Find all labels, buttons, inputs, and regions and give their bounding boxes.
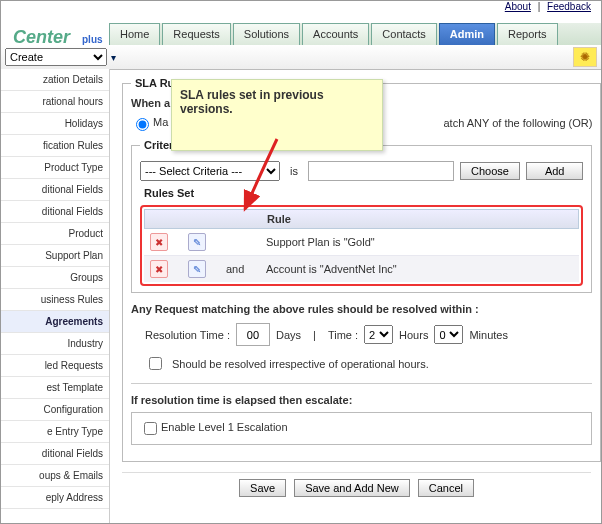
sidebar-item[interactable]: est Template (1, 377, 109, 399)
resolve-heading: Any Request matching the above rules sho… (131, 303, 592, 315)
sidebar-item[interactable]: Product (1, 223, 109, 245)
tab-accounts[interactable]: Accounts (302, 23, 369, 45)
cancel-button[interactable]: Cancel (418, 479, 474, 497)
sidebar-item[interactable]: zation Details (1, 69, 109, 91)
rules-set-legend: Rules Set (140, 187, 583, 199)
sidebar-item[interactable]: oups & Emails (1, 465, 109, 487)
sidebar-item[interactable]: led Requests (1, 355, 109, 377)
add-button[interactable]: Add (526, 162, 584, 180)
sidebar-item[interactable]: Product Type (1, 157, 109, 179)
rule-row: ✖✎andAccount is "AdventNet Inc" (144, 256, 579, 282)
brand-logo: Centerplus (1, 19, 103, 43)
match-all-radio[interactable]: Ma (131, 115, 168, 131)
time-label: Time : (328, 329, 358, 341)
days-input[interactable] (236, 323, 270, 346)
create-dropdown[interactable]: Create (5, 48, 107, 66)
tab-admin[interactable]: Admin (439, 23, 495, 45)
criteria-fieldset: Criteri --- Select Criteria --- is Choos… (131, 139, 592, 293)
sidebar-item[interactable]: ditional Fields (1, 443, 109, 465)
annotation-arrow-icon (239, 137, 289, 217)
sidebar-item[interactable]: Holidays (1, 113, 109, 135)
tab-contacts[interactable]: Contacts (371, 23, 436, 45)
sidebar-item[interactable]: ditional Fields (1, 201, 109, 223)
sidebar-item[interactable]: Configuration (1, 399, 109, 421)
sidebar-item[interactable]: ditional Fields (1, 179, 109, 201)
rule-row: ✖✎Support Plan is "Gold" (144, 229, 579, 256)
minutes-select[interactable]: 0 (434, 325, 463, 344)
sidebar-item[interactable]: Groups (1, 267, 109, 289)
delete-icon[interactable]: ✖ (150, 233, 168, 251)
rules-header-row: Rule (144, 209, 579, 229)
save-button[interactable]: Save (239, 479, 286, 497)
hours-select[interactable]: 2 (364, 325, 393, 344)
choose-button[interactable]: Choose (460, 162, 520, 180)
tab-solutions[interactable]: Solutions (233, 23, 300, 45)
sidebar-item[interactable]: eply Address (1, 487, 109, 509)
alert-icon[interactable]: ✺ (573, 47, 597, 67)
about-link[interactable]: About (505, 1, 531, 12)
sidebar-item[interactable]: usiness Rules (1, 289, 109, 311)
sidebar-item[interactable]: Industry (1, 333, 109, 355)
sidebar-item[interactable]: e Entry Type (1, 421, 109, 443)
irrespective-checkbox[interactable]: Should be resolved irrespective of opera… (145, 354, 592, 373)
sidebar-nav: zation Detailsrational hoursHolidaysfica… (1, 69, 110, 523)
sub-toolbar: Create ▾ ✺ (1, 45, 601, 70)
sidebar-item[interactable]: rational hours (1, 91, 109, 113)
feedback-link[interactable]: Feedback (547, 1, 591, 12)
sidebar-item[interactable]: Agreements (1, 311, 109, 333)
edit-icon[interactable]: ✎ (188, 260, 206, 278)
enable-l1-checkbox[interactable]: Enable Level 1 Escalation (140, 421, 288, 433)
criteria-value-input[interactable] (308, 161, 454, 181)
delete-icon[interactable]: ✖ (150, 260, 168, 278)
save-add-new-button[interactable]: Save and Add New (294, 479, 410, 497)
tab-home[interactable]: Home (109, 23, 160, 45)
sidebar-item[interactable]: fication Rules (1, 135, 109, 157)
tab-requests[interactable]: Requests (162, 23, 230, 45)
action-buttons: Save Save and Add New Cancel (122, 472, 591, 503)
rules-highlight-box: Rule ✖✎Support Plan is "Gold"✖✎andAccoun… (140, 205, 583, 286)
match-any-radio[interactable]: atch ANY of the following (OR) (443, 117, 592, 129)
edit-icon[interactable]: ✎ (188, 233, 206, 251)
is-label: is (290, 165, 298, 177)
tab-reports[interactable]: Reports (497, 23, 558, 45)
chevron-down-icon: ▾ (111, 52, 116, 63)
sidebar-item[interactable]: Support Plan (1, 245, 109, 267)
resolution-time-label: Resolution Time : (145, 329, 230, 341)
escalate-heading: If resolution time is elapsed then escal… (131, 394, 592, 406)
main-tabs: HomeRequestsSolutionsAccountsContactsAdm… (109, 23, 601, 46)
